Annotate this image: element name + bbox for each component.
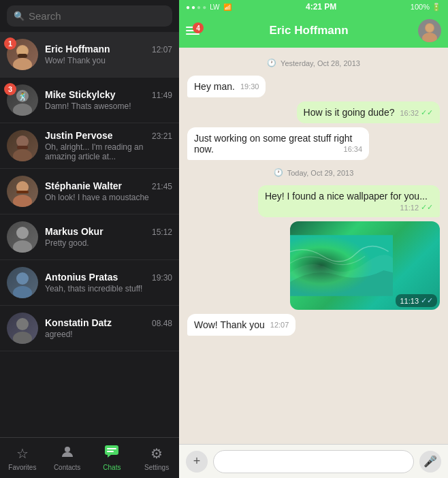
bubble-text-3: Just working on some great stuff right n… — [194, 133, 352, 155]
battery-info: 100% 🔋 — [411, 3, 441, 12]
msg-time-1: 19:30 — [240, 82, 259, 91]
msg-time-5: 11:12 — [400, 204, 419, 212]
star-icon: ☆ — [16, 445, 29, 462]
chat-info-markus: Markus Okur 15:12 Pretty good. — [45, 226, 172, 248]
svg-point-15 — [16, 272, 29, 285]
bubble-outgoing-2: How is it going dude? 16:32 ✓✓ — [297, 101, 440, 123]
status-time: 4:21 PM — [306, 2, 336, 12]
svg-point-11 — [13, 195, 32, 207]
chat-item-justin[interactable]: Justin Pervose 23:21 Oh, alright... I'm … — [0, 123, 179, 169]
date-text-yesterday: Yesterday, Oct 28, 2013 — [281, 59, 360, 67]
avatar-markus — [7, 221, 38, 253]
settings-icon: ⚙ — [150, 445, 163, 462]
svg-rect-12 — [16, 191, 29, 193]
header-avatar[interactable] — [418, 19, 441, 42]
avatar-wrap-konstatin — [7, 313, 38, 344]
chat-name-justin: Justin Pervose — [45, 130, 113, 141]
dot1: ● — [186, 3, 190, 11]
tab-chats[interactable]: Chats — [90, 445, 135, 471]
tab-favorites-label: Favorites — [8, 464, 36, 471]
date-text-today: Today, Oct 29, 2013 — [287, 169, 354, 177]
badge-eric: 1 — [4, 37, 16, 50]
msg-time-2: 16:32 — [400, 109, 419, 117]
mic-icon: 🎤 — [423, 455, 437, 468]
chat-item-stephanie[interactable]: Stéphanie Walter 21:45 Oh look! I have a… — [0, 169, 179, 214]
left-panel: 🔍 1 Eric Hoffmann 12:07 — [0, 0, 179, 478]
image-meta: 11:13 ✓✓ — [396, 294, 437, 307]
chat-header: 4 Eric Hoffmann — [179, 14, 448, 48]
search-bar[interactable]: 🔍 — [7, 5, 172, 27]
svg-rect-20 — [105, 445, 118, 455]
avatar-konstatin — [7, 313, 38, 344]
message-input[interactable] — [213, 450, 414, 473]
svg-point-19 — [65, 447, 70, 452]
bubble-meta-3: 16:34 — [344, 145, 363, 153]
image-check-marks: ✓✓ — [421, 296, 433, 305]
svg-point-18 — [13, 332, 32, 344]
add-button[interactable]: + — [186, 451, 208, 473]
tab-settings-label: Settings — [144, 464, 169, 471]
chat-info-konstatin: Konstatin Datz 08.48 agreed! — [45, 317, 172, 339]
check-marks-5: ✓✓ — [421, 203, 433, 212]
bubble-text-7: Wow! Thank you — [194, 319, 265, 330]
chat-time-markus: 15:12 — [152, 227, 172, 237]
chat-name-mike: Mike Stickylcky — [45, 89, 116, 100]
chat-item-konstatin[interactable]: Konstatin Datz 08.48 agreed! — [0, 306, 179, 351]
svg-point-8 — [13, 149, 32, 161]
chat-time-mike: 11:49 — [152, 91, 172, 100]
msg-row-7: Wow! Thank you 12:07 — [187, 314, 440, 336]
battery-label: 100% — [411, 3, 430, 11]
status-bar: ● ● ● ● LW 📶 4:21 PM 100% 🔋 — [179, 0, 448, 14]
svg-point-16 — [13, 286, 32, 298]
mic-button[interactable]: 🎤 — [419, 451, 441, 473]
chat-preview-justin: Oh, alright... I'm reading an amazing ar… — [45, 142, 154, 161]
carrier: LW — [210, 3, 219, 11]
hamburger-wrap: 4 — [186, 27, 199, 35]
check-marks-2: ✓✓ — [421, 108, 433, 117]
avatar-wrap-markus — [7, 221, 38, 253]
chat-item-markus[interactable]: Markus Okur 15:12 Pretty good. — [0, 214, 179, 260]
signal-dots: ● ● ● ● LW 📶 — [186, 3, 231, 11]
msg-row-2: How is it going dude? 16:32 ✓✓ — [187, 101, 440, 123]
svg-rect-3 — [18, 54, 27, 58]
chat-item-eric[interactable]: 1 Eric Hoffmann 12:07 Wow! Thank you — [0, 32, 179, 78]
hamburger-line3 — [186, 33, 199, 35]
tab-contacts-label: Contacts — [54, 464, 80, 471]
avatar-wrap-stephanie — [7, 176, 38, 207]
clock-icon-2: 🕐 — [274, 168, 283, 177]
chat-info-justin: Justin Pervose 23:21 Oh, alright... I'm … — [45, 130, 172, 161]
bubble-text-2: How is it going dude? — [304, 107, 395, 118]
contacts-icon — [61, 445, 74, 462]
chat-time-konstatin: 08.48 — [152, 319, 172, 328]
chat-item-mike[interactable]: 🕺 3 Mike Stickylcky 11:49 Damn! Thats aw… — [0, 78, 179, 123]
chat-name-antonius: Antonius Pratas — [45, 272, 118, 283]
chat-preview-stephanie: Oh look! I have a moustache — [45, 193, 154, 202]
avatar-stephanie — [7, 176, 38, 207]
search-input[interactable] — [29, 10, 165, 22]
avatar-wrap-antonius — [7, 267, 38, 298]
date-divider-yesterday: 🕐 Yesterday, Oct 28, 2013 — [187, 59, 440, 67]
bubble-incoming-1: Hey man. 19:30 — [187, 76, 266, 97]
chat-item-antonius[interactable]: Antonius Pratas 19:30 Yeah, thats incred… — [0, 260, 179, 306]
svg-point-1 — [13, 58, 32, 70]
bubble-meta-1: 19:30 — [240, 82, 259, 91]
tab-settings[interactable]: ⚙ Settings — [134, 445, 179, 471]
msg-row-3: Just working on some great stuff right n… — [187, 127, 440, 160]
chat-info-eric: Eric Hoffmann 12:07 Wow! Thank you — [45, 44, 172, 65]
dot2: ● — [191, 3, 195, 11]
chat-preview-antonius: Yeah, thats incredible stuff! — [45, 284, 154, 293]
clock-icon: 🕐 — [267, 59, 276, 67]
header-badge: 4 — [193, 22, 204, 33]
chat-info-mike: Mike Stickylcky 11:49 Damn! Thats awesom… — [45, 89, 172, 111]
chat-info-stephanie: Stéphanie Walter 21:45 Oh look! I have a… — [45, 180, 172, 202]
chat-list: 1 Eric Hoffmann 12:07 Wow! Thank you 🕺 — [0, 32, 179, 437]
avatar-wrap-justin — [7, 130, 38, 161]
tab-favorites[interactable]: ☆ Favorites — [0, 445, 45, 471]
date-divider-today: 🕐 Today, Oct 29, 2013 — [187, 168, 440, 177]
chat-name-markus: Markus Okur — [45, 226, 103, 237]
msg-row-5: Hey! I found a nice wallpaper for you...… — [187, 185, 440, 217]
svg-rect-23 — [107, 451, 114, 452]
msg-row-image: 11:13 ✓✓ — [187, 221, 440, 310]
tab-contacts[interactable]: Contacts — [45, 445, 90, 471]
chat-preview-markus: Pretty good. — [45, 238, 154, 248]
